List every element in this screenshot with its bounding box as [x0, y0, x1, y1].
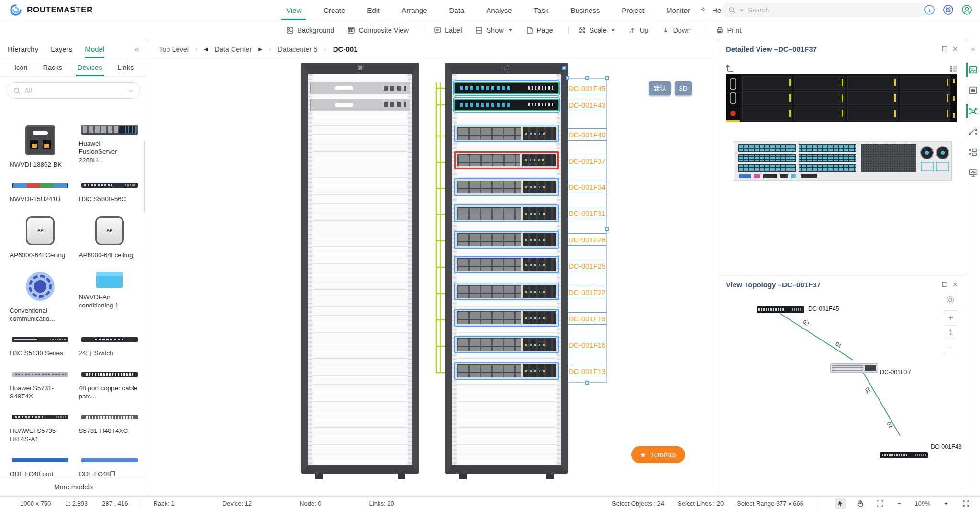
topology-node-switch[interactable]: [757, 306, 804, 313]
route-tool-icon[interactable]: [966, 121, 980, 142]
selection-handle[interactable]: [605, 76, 609, 80]
zoom-out-button[interactable]: −: [893, 498, 905, 509]
down-button[interactable]: Down: [662, 26, 690, 34]
tutorials-button[interactable]: ★ Tutorials: [631, 446, 685, 463]
device-card[interactable]: NWVDI-18862-BK: [10, 125, 71, 169]
rack-front[interactable]: 前: [301, 63, 419, 474]
collapse-sidebar-icon[interactable]: «: [135, 45, 139, 54]
global-search[interactable]: [722, 3, 926, 17]
marquee-select-tool-icon[interactable]: [874, 498, 885, 509]
device-card[interactable]: H3C S5130 Series: [10, 334, 71, 357]
threed-view-button[interactable]: 3D: [675, 81, 692, 95]
breadcrumb-level2[interactable]: Datacenter 5: [278, 45, 317, 53]
selection-handle[interactable]: [585, 381, 589, 385]
sidebar-tab-model[interactable]: Model: [85, 40, 104, 58]
show-button[interactable]: Show: [475, 26, 512, 34]
device-card[interactable]: APAP6000-64I ceiling: [79, 215, 141, 259]
menu-business[interactable]: Business: [570, 0, 600, 20]
menu-project[interactable]: Project: [622, 0, 644, 20]
selection-handle[interactable]: [605, 227, 609, 231]
search-scope-caret-icon[interactable]: [739, 8, 744, 12]
device-card[interactable]: HUAWEI S5735-L8T4S-A1: [10, 412, 71, 443]
rack-unit-empty-switch[interactable]: [310, 82, 410, 94]
topology-node-switch[interactable]: [880, 452, 928, 458]
pan-hand-tool-icon[interactable]: [854, 498, 866, 509]
zoom-percentage[interactable]: 109%: [913, 500, 932, 507]
device-card[interactable]: NWVDI-15U241U: [10, 180, 71, 203]
rack-device-server[interactable]: [454, 256, 559, 273]
rack-device-switch[interactable]: [454, 99, 559, 111]
model-subtab-icon[interactable]: Icon: [14, 58, 27, 76]
search-input[interactable]: [748, 6, 920, 14]
device-card[interactable]: S5731-H48T4XC: [79, 412, 141, 443]
port-list-tool-icon[interactable]: [966, 142, 980, 162]
pointer-tool-icon[interactable]: [835, 498, 846, 509]
topology-node-server[interactable]: [830, 363, 878, 373]
composite-view-button[interactable]: Composite View: [347, 26, 409, 34]
rack-device-server[interactable]: [454, 283, 559, 300]
selection-handle[interactable]: [585, 76, 589, 80]
monitor-tool-icon[interactable]: [966, 162, 980, 183]
model-subtab-devices[interactable]: Devices: [78, 58, 102, 76]
menu-analyse[interactable]: Analyse: [486, 0, 512, 20]
device-card[interactable]: H3C S5800-56C: [79, 180, 141, 203]
page-button[interactable]: Page: [526, 26, 553, 34]
menu-task[interactable]: Task: [534, 0, 549, 20]
selection-handle[interactable]: [566, 76, 569, 80]
menu-monitor[interactable]: Monitor: [666, 0, 690, 20]
sidebar-tab-layers[interactable]: Layers: [51, 40, 72, 58]
next-sibling-icon[interactable]: ▶: [258, 46, 262, 52]
device-card[interactable]: ODF LC48 port: [10, 455, 71, 476]
rack-device-server[interactable]: [454, 336, 559, 353]
up-button[interactable]: Up: [629, 26, 649, 34]
rack-device-server[interactable]: [454, 178, 559, 196]
menu-data[interactable]: Data: [449, 0, 465, 20]
device-card[interactable]: ODF LC48口: [79, 455, 141, 476]
rack-unit-empty-switch[interactable]: [310, 99, 410, 111]
print-button[interactable]: Print: [716, 26, 741, 34]
properties-list-tool-icon[interactable]: [966, 80, 980, 101]
scale-button[interactable]: Scale: [579, 26, 615, 34]
panel-restore-icon[interactable]: [942, 46, 947, 52]
collapse-panels-icon[interactable]: »: [971, 45, 975, 53]
fit-screen-icon[interactable]: [960, 498, 971, 509]
zoom-in-button[interactable]: +: [940, 498, 952, 509]
detailed-view-tool-icon[interactable]: [966, 59, 980, 80]
device-card[interactable]: Conventional communicatio...: [10, 271, 71, 323]
rack-device-server[interactable]: [454, 204, 559, 222]
device-card[interactable]: 48 port copper cable patc...: [79, 369, 141, 401]
rack-device-server-highlighted[interactable]: [454, 151, 559, 169]
model-filter[interactable]: [7, 82, 140, 99]
menu-arrange[interactable]: Arrange: [401, 0, 427, 20]
menu-create[interactable]: Create: [323, 0, 345, 20]
rack-device-server[interactable]: [454, 231, 559, 249]
device-card[interactable]: 24口 Switch: [79, 334, 141, 357]
sidebar-scrollbar[interactable]: [144, 141, 145, 213]
topology-tool-icon[interactable]: [966, 101, 980, 121]
apps-grid-icon[interactable]: [943, 4, 954, 15]
model-subtab-racks[interactable]: Racks: [43, 58, 62, 76]
device-card[interactable]: Huawei S5731-S48T4X: [10, 369, 71, 401]
model-filter-input[interactable]: [24, 87, 124, 94]
rack-device-switch[interactable]: [454, 82, 559, 94]
info-icon[interactable]: [924, 4, 935, 15]
breadcrumb-level1[interactable]: Data Center: [214, 45, 252, 53]
rack-device-server[interactable]: [454, 125, 559, 142]
model-subtab-links[interactable]: Links: [117, 58, 134, 76]
rack-device-server[interactable]: [454, 309, 559, 327]
sidebar-tab-hierarchy[interactable]: Hierarchy: [8, 40, 38, 58]
chevron-down-icon[interactable]: [128, 88, 134, 93]
more-models-button[interactable]: More models: [0, 477, 147, 496]
background-button[interactable]: Background: [286, 26, 334, 34]
menu-edit[interactable]: Edit: [367, 0, 379, 20]
collapse-menu-icon[interactable]: [700, 6, 706, 13]
device-card[interactable]: APAP6000-64I Ceiling: [10, 215, 71, 259]
device-card[interactable]: Huawei FusionServer 2288H...: [79, 125, 141, 169]
breadcrumb-root[interactable]: Top Level: [159, 45, 189, 53]
prev-sibling-icon[interactable]: ◀: [204, 46, 208, 52]
rack-handle[interactable]: [562, 66, 566, 70]
rack-device-server[interactable]: [454, 362, 559, 380]
user-avatar-icon[interactable]: [961, 4, 972, 15]
canvas-body[interactable]: 默认 3D ★ Tutorials 前 后 DC-001F45DC-001F43…: [147, 58, 718, 496]
panel-close-icon[interactable]: [952, 46, 958, 52]
